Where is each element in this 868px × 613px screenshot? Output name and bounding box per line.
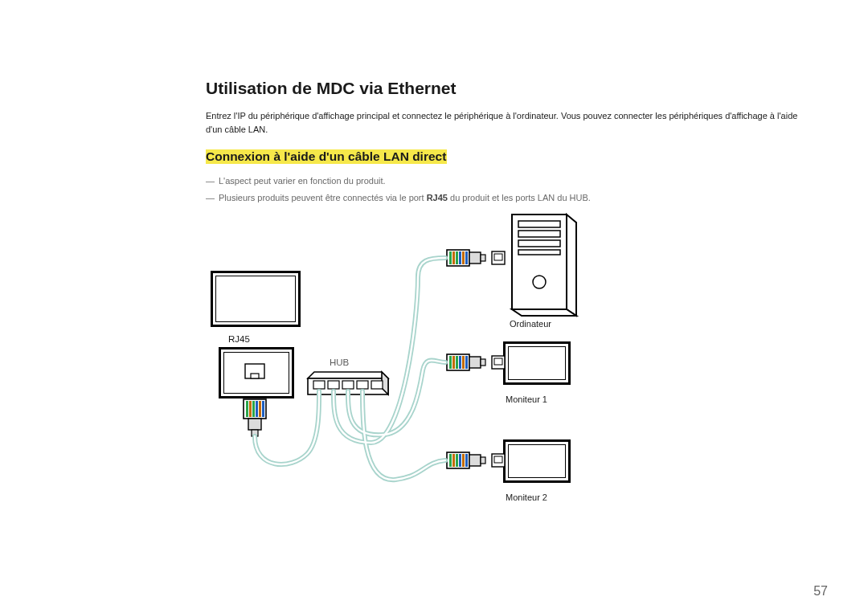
svg-rect-40 [452, 356, 455, 369]
svg-marker-8 [308, 372, 388, 378]
svg-rect-39 [449, 356, 452, 369]
section-heading: Connexion à l'aide d'un câble LAN direct [206, 149, 800, 164]
svg-rect-54 [462, 454, 465, 467]
svg-rect-15 [371, 381, 383, 389]
page-number: 57 [813, 584, 828, 599]
svg-rect-35 [481, 255, 485, 261]
svg-rect-34 [469, 252, 481, 264]
svg-rect-42 [459, 356, 461, 369]
svg-rect-11 [313, 381, 325, 389]
svg-rect-32 [462, 251, 465, 264]
svg-rect-41 [456, 356, 458, 369]
svg-rect-44 [465, 356, 468, 369]
svg-rect-51 [452, 454, 455, 467]
diagram-wiring [211, 213, 612, 534]
svg-rect-55 [465, 454, 468, 467]
intro-paragraph: Entrez l'IP du périphérique d'affichage … [206, 109, 800, 137]
svg-rect-45 [469, 357, 481, 368]
svg-rect-31 [459, 251, 461, 264]
svg-rect-56 [469, 455, 481, 466]
svg-rect-59 [494, 456, 502, 463]
svg-rect-30 [456, 251, 458, 264]
svg-rect-48 [494, 358, 502, 365]
svg-rect-25 [248, 419, 261, 430]
svg-rect-14 [357, 381, 368, 389]
svg-rect-57 [481, 457, 485, 464]
svg-rect-52 [456, 454, 458, 467]
svg-rect-24 [262, 401, 264, 417]
svg-rect-20 [249, 401, 252, 417]
svg-rect-19 [246, 401, 248, 417]
svg-rect-29 [452, 251, 455, 264]
svg-rect-17 [251, 374, 259, 378]
svg-rect-37 [494, 254, 502, 260]
note-1: L'aspect peut varier en fonction du prod… [206, 174, 800, 189]
svg-rect-23 [259, 401, 261, 417]
svg-rect-22 [256, 401, 258, 417]
svg-rect-53 [459, 454, 461, 467]
connection-diagram: RJ45 HUB Ordinateur Moniteur 1 [211, 213, 612, 534]
svg-rect-12 [328, 381, 339, 389]
svg-rect-21 [252, 401, 255, 417]
page-title: Utilisation de MDC via Ethernet [206, 79, 800, 98]
svg-rect-46 [481, 359, 485, 366]
svg-rect-50 [449, 454, 452, 467]
svg-rect-13 [342, 381, 354, 389]
note-2: Plusieurs produits peuvent être connecté… [206, 190, 800, 206]
svg-rect-28 [449, 251, 452, 264]
svg-rect-43 [462, 356, 465, 369]
svg-rect-33 [465, 251, 468, 264]
